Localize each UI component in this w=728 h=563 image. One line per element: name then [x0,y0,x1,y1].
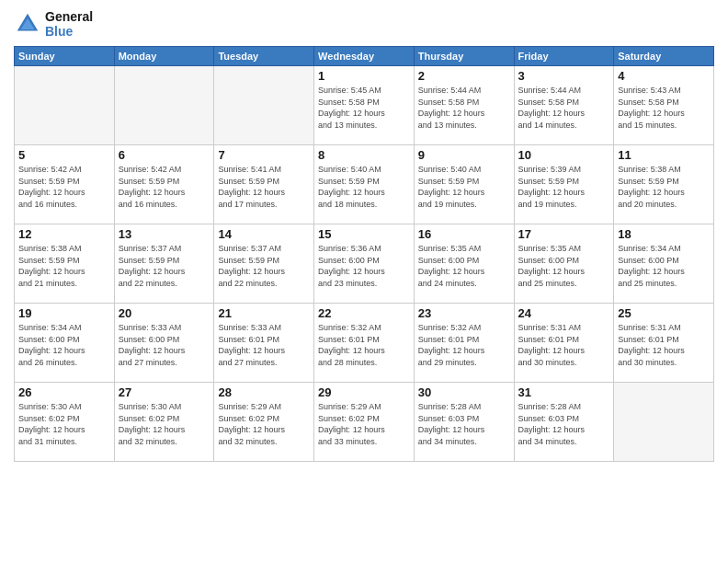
day-info: Sunrise: 5:45 AM Sunset: 5:58 PM Dayligh… [318,85,410,131]
day-7: 7Sunrise: 5:41 AM Sunset: 5:59 PM Daylig… [214,145,314,224]
day-9: 9Sunrise: 5:40 AM Sunset: 5:59 PM Daylig… [414,145,514,224]
day-info: Sunrise: 5:34 AM Sunset: 6:00 PM Dayligh… [618,243,710,289]
day-19: 19Sunrise: 5:34 AM Sunset: 6:00 PM Dayli… [15,304,115,383]
day-info: Sunrise: 5:28 AM Sunset: 6:03 PM Dayligh… [518,401,610,447]
day-info: Sunrise: 5:40 AM Sunset: 5:59 PM Dayligh… [418,164,510,210]
day-info: Sunrise: 5:33 AM Sunset: 6:01 PM Dayligh… [218,322,310,368]
day-info: Sunrise: 5:38 AM Sunset: 5:59 PM Dayligh… [18,243,110,289]
day-10: 10Sunrise: 5:39 AM Sunset: 5:59 PM Dayli… [514,145,614,224]
weekday-header-row: SundayMondayTuesdayWednesdayThursdayFrid… [15,47,714,66]
day-number: 6 [119,148,210,162]
day-info: Sunrise: 5:28 AM Sunset: 6:03 PM Dayligh… [418,401,510,447]
day-number: 21 [218,306,310,320]
day-6: 6Sunrise: 5:42 AM Sunset: 5:59 PM Daylig… [114,145,214,224]
day-info: Sunrise: 5:29 AM Sunset: 6:02 PM Dayligh… [218,401,310,447]
day-number: 13 [119,227,210,241]
day-number: 1 [318,69,410,83]
day-info: Sunrise: 5:35 AM Sunset: 6:00 PM Dayligh… [418,243,510,289]
day-24: 24Sunrise: 5:31 AM Sunset: 6:01 PM Dayli… [514,304,614,383]
day-info: Sunrise: 5:32 AM Sunset: 6:01 PM Dayligh… [418,322,510,368]
weekday-sunday: Sunday [15,47,115,66]
day-info: Sunrise: 5:40 AM Sunset: 5:59 PM Dayligh… [318,164,410,210]
weekday-tuesday: Tuesday [214,47,314,66]
day-info: Sunrise: 5:44 AM Sunset: 5:58 PM Dayligh… [518,85,610,131]
day-18: 18Sunrise: 5:34 AM Sunset: 6:00 PM Dayli… [614,224,714,304]
day-22: 22Sunrise: 5:32 AM Sunset: 6:01 PM Dayli… [314,304,415,383]
day-number: 7 [218,148,310,162]
day-21: 21Sunrise: 5:33 AM Sunset: 6:01 PM Dayli… [214,304,314,383]
day-info: Sunrise: 5:34 AM Sunset: 6:00 PM Dayligh… [18,322,110,368]
day-29: 29Sunrise: 5:29 AM Sunset: 6:02 PM Dayli… [314,383,415,462]
day-info: Sunrise: 5:31 AM Sunset: 6:01 PM Dayligh… [518,322,610,368]
day-17: 17Sunrise: 5:35 AM Sunset: 6:00 PM Dayli… [514,224,614,304]
day-number: 14 [218,227,310,241]
week-row-4: 26Sunrise: 5:30 AM Sunset: 6:02 PM Dayli… [15,383,714,462]
day-info: Sunrise: 5:36 AM Sunset: 6:00 PM Dayligh… [318,243,410,289]
day-number: 16 [418,227,510,241]
day-number: 22 [318,306,410,320]
day-info: Sunrise: 5:32 AM Sunset: 6:01 PM Dayligh… [318,322,410,368]
weekday-friday: Friday [514,47,614,66]
day-5: 5Sunrise: 5:42 AM Sunset: 5:59 PM Daylig… [15,145,115,224]
day-info: Sunrise: 5:29 AM Sunset: 6:02 PM Dayligh… [318,401,410,447]
day-info: Sunrise: 5:38 AM Sunset: 5:59 PM Dayligh… [618,164,710,210]
day-info: Sunrise: 5:42 AM Sunset: 5:59 PM Dayligh… [119,164,210,210]
day-31: 31Sunrise: 5:28 AM Sunset: 6:03 PM Dayli… [514,383,614,462]
day-number: 27 [119,385,210,399]
day-info: Sunrise: 5:41 AM Sunset: 5:59 PM Dayligh… [218,164,310,210]
day-number: 30 [418,385,510,399]
day-number: 9 [418,148,510,162]
day-info: Sunrise: 5:44 AM Sunset: 5:58 PM Dayligh… [418,85,510,131]
day-number: 26 [18,385,110,399]
day-2: 2Sunrise: 5:44 AM Sunset: 5:58 PM Daylig… [414,66,514,145]
day-27: 27Sunrise: 5:30 AM Sunset: 6:02 PM Dayli… [114,383,214,462]
day-23: 23Sunrise: 5:32 AM Sunset: 6:01 PM Dayli… [414,304,514,383]
empty-cell [214,66,314,145]
week-row-1: 5Sunrise: 5:42 AM Sunset: 5:59 PM Daylig… [15,145,714,224]
day-number: 15 [318,227,410,241]
day-26: 26Sunrise: 5:30 AM Sunset: 6:02 PM Dayli… [15,383,115,462]
header: General Blue [14,9,714,39]
day-25: 25Sunrise: 5:31 AM Sunset: 6:01 PM Dayli… [614,304,714,383]
day-number: 23 [418,306,510,320]
logo: General Blue [14,9,93,39]
day-30: 30Sunrise: 5:28 AM Sunset: 6:03 PM Dayli… [414,383,514,462]
day-number: 28 [218,385,310,399]
day-3: 3Sunrise: 5:44 AM Sunset: 5:58 PM Daylig… [514,66,614,145]
day-11: 11Sunrise: 5:38 AM Sunset: 5:59 PM Dayli… [614,145,714,224]
day-info: Sunrise: 5:37 AM Sunset: 5:59 PM Dayligh… [218,243,310,289]
empty-cell [614,383,714,462]
day-number: 4 [618,69,710,83]
day-info: Sunrise: 5:33 AM Sunset: 6:00 PM Dayligh… [119,322,210,368]
day-info: Sunrise: 5:43 AM Sunset: 5:58 PM Dayligh… [618,85,710,131]
day-28: 28Sunrise: 5:29 AM Sunset: 6:02 PM Dayli… [214,383,314,462]
day-16: 16Sunrise: 5:35 AM Sunset: 6:00 PM Dayli… [414,224,514,304]
weekday-saturday: Saturday [614,47,714,66]
day-info: Sunrise: 5:35 AM Sunset: 6:00 PM Dayligh… [518,243,610,289]
weekday-monday: Monday [114,47,214,66]
week-row-0: 1Sunrise: 5:45 AM Sunset: 5:58 PM Daylig… [15,66,714,145]
page: General Blue SundayMondayTuesdayWednesda… [0,0,728,563]
week-row-3: 19Sunrise: 5:34 AM Sunset: 6:00 PM Dayli… [15,304,714,383]
day-8: 8Sunrise: 5:40 AM Sunset: 5:59 PM Daylig… [314,145,415,224]
day-number: 5 [18,148,110,162]
day-number: 3 [518,69,610,83]
day-number: 2 [418,69,510,83]
day-number: 24 [518,306,610,320]
weekday-thursday: Thursday [414,47,514,66]
day-number: 25 [618,306,710,320]
day-number: 10 [518,148,610,162]
day-number: 20 [119,306,210,320]
calendar: SundayMondayTuesdayWednesdayThursdayFrid… [14,46,714,462]
day-info: Sunrise: 5:30 AM Sunset: 6:02 PM Dayligh… [119,401,210,447]
day-number: 11 [618,148,710,162]
day-number: 19 [18,306,110,320]
day-12: 12Sunrise: 5:38 AM Sunset: 5:59 PM Dayli… [15,224,115,304]
day-number: 18 [618,227,710,241]
day-number: 12 [18,227,110,241]
day-20: 20Sunrise: 5:33 AM Sunset: 6:00 PM Dayli… [114,304,214,383]
day-1: 1Sunrise: 5:45 AM Sunset: 5:58 PM Daylig… [314,66,415,145]
weekday-wednesday: Wednesday [314,47,415,66]
day-number: 31 [518,385,610,399]
empty-cell [114,66,214,145]
